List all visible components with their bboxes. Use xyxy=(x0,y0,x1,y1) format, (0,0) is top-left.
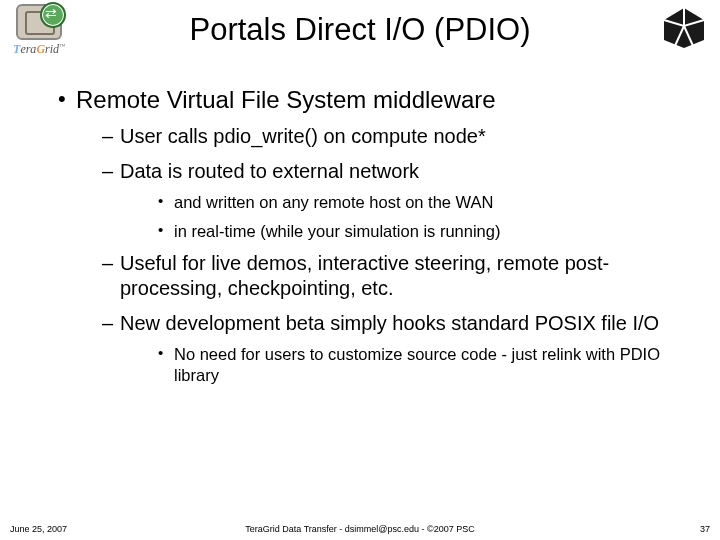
bullet-text: User calls pdio_write() on compute node* xyxy=(120,125,486,147)
psc-logo-icon xyxy=(662,6,706,50)
bullet-text: in real-time (while your simulation is r… xyxy=(174,222,500,240)
bullet-lvl3: and written on any remote host on the WA… xyxy=(158,192,690,213)
bullet-text: New development beta simply hooks standa… xyxy=(120,312,659,334)
header: TeraGrid™ Portals Direct I/O (PDIO) xyxy=(0,0,720,60)
bullet-text: Useful for live demos, interactive steer… xyxy=(120,252,609,299)
bullet-text: No need for users to customize source co… xyxy=(174,345,660,384)
bullet-lvl2: Useful for live demos, interactive steer… xyxy=(102,251,690,301)
bullet-text: and written on any remote host on the WA… xyxy=(174,193,493,211)
bullet-lvl2: User calls pdio_write() on compute node* xyxy=(102,124,690,149)
bullet-lvl2: Data is routed to external network and w… xyxy=(102,159,690,241)
bullet-text: Remote Virtual File System middleware xyxy=(76,86,496,113)
teragrid-logo: TeraGrid™ xyxy=(10,4,68,57)
footer-center: TeraGrid Data Transfer - dsimmel@psc.edu… xyxy=(0,524,720,534)
slide-number: 37 xyxy=(700,524,710,534)
bullet-lvl3: No need for users to customize source co… xyxy=(158,344,690,385)
bullet-text: Data is routed to external network xyxy=(120,160,419,182)
slide-title: Portals Direct I/O (PDIO) xyxy=(0,0,720,48)
slide: TeraGrid™ Portals Direct I/O (PDIO) Remo… xyxy=(0,0,720,540)
bullet-lvl2: New development beta simply hooks standa… xyxy=(102,311,690,385)
bullet-lvl3: in real-time (while your simulation is r… xyxy=(158,221,690,242)
bullet-lvl1: Remote Virtual File System middleware Us… xyxy=(58,86,690,386)
slide-body: Remote Virtual File System middleware Us… xyxy=(0,60,720,386)
